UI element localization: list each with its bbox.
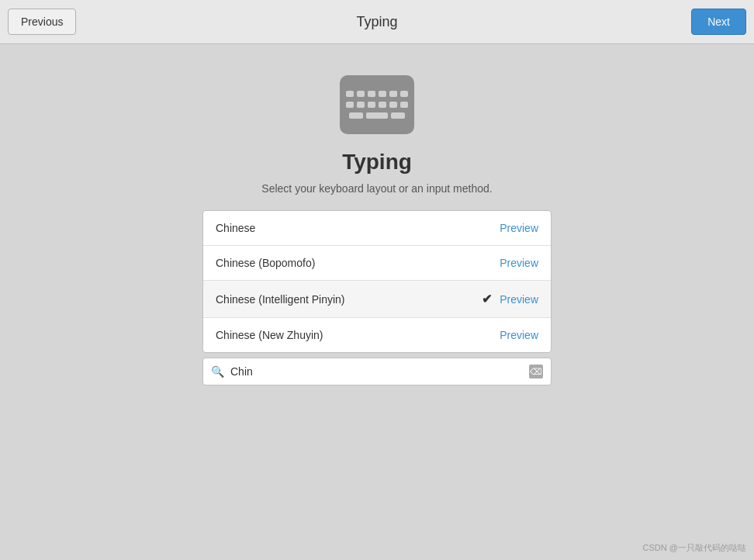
list-item[interactable]: Chinese (Bopomofo)Preview (203, 246, 551, 281)
header-title: Typing (356, 14, 397, 30)
key-shift (349, 112, 363, 119)
preview-link[interactable]: Preview (500, 222, 538, 234)
search-bar: 🔍 ⌫ (202, 358, 552, 385)
search-icon: 🔍 (211, 365, 224, 378)
key (346, 102, 354, 108)
key (357, 102, 365, 108)
next-button[interactable]: Next (691, 9, 746, 35)
key (379, 91, 386, 97)
clear-icon[interactable]: ⌫ (529, 365, 543, 379)
key (379, 102, 386, 108)
page-subtitle: Select your keyboard layout or an input … (261, 182, 492, 195)
key (389, 91, 397, 97)
key-row-middle (346, 102, 408, 108)
search-input[interactable] (230, 365, 523, 378)
key-row-bottom (349, 112, 405, 119)
list-item-label: Chinese (Bopomofo) (216, 257, 315, 269)
preview-link[interactable]: Preview (500, 329, 538, 341)
list-item[interactable]: Chinese (Intelligent Pinyin)✔Preview (203, 281, 551, 318)
previous-button[interactable]: Previous (8, 9, 76, 35)
list-item-label: Chinese (Intelligent Pinyin) (216, 293, 345, 306)
preview-link[interactable]: Preview (500, 293, 538, 306)
main-content: Typing Select your keyboard layout or an… (0, 44, 754, 385)
key (400, 102, 408, 108)
list-item-right: Preview (500, 329, 538, 341)
list-item-right: ✔Preview (482, 292, 538, 306)
list-item-right: Preview (500, 257, 538, 269)
key (357, 91, 365, 97)
key (346, 91, 354, 97)
keyboard-icon (340, 75, 414, 134)
page-title: Typing (342, 150, 412, 175)
key (368, 91, 375, 97)
list-item[interactable]: Chinese (New Zhuyin)Preview (203, 318, 551, 352)
key-enter (391, 112, 405, 119)
key (400, 91, 408, 97)
list-item[interactable]: ChinesePreview (203, 211, 551, 246)
key (368, 102, 375, 108)
header: Previous Typing Next (0, 0, 754, 44)
checkmark-icon: ✔ (482, 292, 492, 306)
watermark: CSDN @一只敲代码的哒哒 (643, 542, 746, 554)
key-space (366, 112, 388, 119)
keyboard-list: ChinesePreviewChinese (Bopomofo)PreviewC… (202, 210, 552, 353)
list-item-label: Chinese (New Zhuyin) (216, 329, 323, 341)
list-item-right: Preview (500, 222, 538, 234)
preview-link[interactable]: Preview (500, 257, 538, 269)
key-row-top (346, 91, 408, 97)
key (389, 102, 397, 108)
list-item-label: Chinese (216, 222, 255, 234)
